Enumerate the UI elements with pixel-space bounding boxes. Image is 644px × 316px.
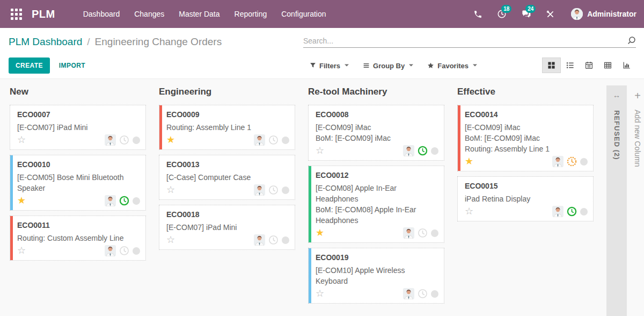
activity-clock-icon-gray[interactable] (418, 289, 428, 299)
card-description-line: [E-COM07] iPad Mini (17, 122, 140, 133)
favorites-dropdown[interactable]: Favorites (427, 61, 477, 69)
card-footer: ★ (465, 156, 588, 167)
nav-item-reporting[interactable]: Reporting (235, 10, 267, 18)
view-pivot-button[interactable] (598, 58, 617, 73)
favorite-star-icon-filled[interactable]: ★ (17, 195, 26, 206)
view-switcher (542, 58, 636, 73)
assignee-avatar[interactable] (552, 156, 564, 167)
favorite-star-icon-filled[interactable]: ★ (166, 134, 175, 146)
add-new-column[interactable]: + Add new Column (627, 85, 644, 316)
kanban-card-eco0010[interactable]: ECO0010[E-COM05] Bose Mini Bluetooth Spe… (10, 155, 146, 211)
assignee-avatar[interactable] (552, 206, 564, 217)
assignee-avatar[interactable] (105, 245, 116, 256)
kanban-state-dot[interactable] (133, 247, 140, 255)
kanban-state-dot[interactable] (580, 208, 588, 216)
kanban-state-dot[interactable] (431, 290, 438, 298)
group-by-dropdown[interactable]: Group By (363, 61, 413, 69)
kanban-card-eco0013[interactable]: ECO0013[C-Case] Computer Case☆ (159, 155, 295, 200)
nav-item-changes[interactable]: Changes (134, 10, 164, 18)
favorite-star-icon[interactable]: ☆ (17, 134, 26, 146)
card-description-line: iPad Retina Display (465, 193, 588, 204)
activities-icon[interactable]: 18 (496, 9, 507, 19)
search-icon[interactable] (627, 36, 636, 45)
kanban-card-eco0011[interactable]: ECO0011Routing: Custom Assembly Line☆ (10, 216, 146, 261)
user-menu[interactable]: Administrator (571, 8, 636, 20)
apps-menu-icon[interactable] (11, 9, 22, 20)
activity-clock-icon-gray[interactable] (268, 235, 279, 245)
favorite-star-icon-filled[interactable]: ★ (316, 227, 324, 239)
kanban-card-eco0008[interactable]: ECO0008[E-COM09] iMacBoM: [E-COM09] iMac… (308, 105, 444, 161)
kanban-card-eco0014[interactable]: ECO0014[E-COM09] iMacBoM: [E-COM09] iMac… (457, 105, 594, 171)
assignee-avatar[interactable] (105, 195, 116, 206)
favorite-star-icon[interactable]: ☆ (465, 206, 473, 217)
kanban-card-eco0019[interactable]: ECO0019[E-COM10] Apple Wireless Keyboard… (308, 248, 444, 304)
view-kanban-button[interactable] (542, 58, 561, 73)
nav-item-master-data[interactable]: Master Data (179, 10, 219, 18)
phone-icon[interactable] (472, 9, 483, 19)
kanban-card-eco0009[interactable]: ECO0009Routing: Assembly Line 1★ (159, 105, 295, 150)
developer-tools-icon[interactable] (545, 9, 555, 19)
assignee-avatar[interactable] (403, 227, 414, 239)
activity-clock-icon-gray[interactable] (418, 228, 428, 238)
collapsed-column-refused[interactable]: ↔ REFUSED (2) (606, 85, 627, 316)
activity-clock-icon-orange[interactable] (567, 156, 577, 167)
activity-clock-icon-green[interactable] (418, 146, 428, 156)
activity-clock-icon-gray[interactable] (119, 135, 129, 145)
kanban-card-eco0012[interactable]: ECO0012[E-COM08] Apple In-Ear Headphones… (308, 166, 444, 243)
assignee-avatar[interactable] (403, 145, 414, 156)
kanban-card-eco0015[interactable]: ECO0015iPad Retina Display☆ (457, 176, 594, 221)
kanban-state-dot[interactable] (282, 186, 289, 194)
view-list-button[interactable] (561, 58, 580, 73)
search-input[interactable] (303, 37, 627, 45)
nav-item-configuration[interactable]: Configuration (281, 10, 326, 18)
view-calendar-button[interactable] (580, 58, 598, 73)
phone-icon-glyph (473, 10, 482, 19)
favorite-star-icon-filled[interactable]: ★ (465, 156, 473, 167)
activity-clock-icon-green[interactable] (119, 196, 129, 206)
card-description-line: [C-Case] Computer Case (166, 172, 289, 183)
card-description-line: Routing: Assembly Line 1 (166, 122, 289, 133)
activity-clock-icon-gray[interactable] (268, 185, 279, 195)
activity-clock-icon-gray[interactable] (268, 135, 279, 145)
activity-clock-icon-gray[interactable] (119, 246, 129, 256)
expand-column-icon[interactable]: ↔ (613, 91, 620, 99)
favorites-label: Favorites (437, 61, 469, 69)
assignee-avatar[interactable] (254, 184, 265, 196)
assignee-avatar[interactable] (105, 134, 116, 146)
card-description-line: [E-COM09] iMac (465, 122, 588, 133)
activity-clock-icon-green[interactable] (567, 206, 577, 217)
kanban-state-dot[interactable] (282, 236, 289, 244)
favorite-star-icon[interactable]: ☆ (316, 145, 324, 156)
eco-reference: ECO0007 (17, 110, 140, 119)
favorite-star-icon[interactable]: ☆ (166, 234, 175, 246)
assignee-avatar[interactable] (254, 134, 265, 146)
card-description-line: BoM: [E-COM09] iMac (465, 133, 588, 143)
kanban-view-icon (547, 61, 555, 69)
app-name[interactable]: PLM (32, 8, 55, 20)
messages-icon[interactable]: 24 (521, 9, 531, 19)
group-by-label: Group By (373, 61, 405, 69)
nav-item-dashboard[interactable]: Dashboard (83, 10, 120, 18)
assignee-avatar[interactable] (254, 234, 265, 246)
eco-reference: ECO0014 (465, 110, 588, 119)
eco-reference: ECO0012 (316, 171, 438, 179)
kanban-state-dot[interactable] (431, 147, 438, 155)
kanban-state-dot[interactable] (580, 158, 588, 166)
favorite-star-icon[interactable]: ☆ (166, 184, 175, 196)
favorite-star-icon[interactable]: ☆ (316, 288, 324, 299)
filters-dropdown[interactable]: Filters (310, 61, 349, 69)
kanban-state-dot[interactable] (133, 137, 140, 144)
star-icon (427, 62, 434, 69)
create-button[interactable]: CREATE (9, 58, 50, 74)
kanban-state-dot[interactable] (282, 137, 289, 144)
kanban-state-dot[interactable] (133, 197, 140, 205)
systray: 18 24 Administrator (472, 8, 636, 20)
kanban-state-dot[interactable] (431, 229, 438, 237)
kanban-card-eco0018[interactable]: ECO0018[E-COM07] iPad Mini☆ (159, 205, 295, 250)
favorite-star-icon[interactable]: ☆ (17, 245, 26, 256)
assignee-avatar[interactable] (403, 288, 414, 299)
kanban-card-eco0007[interactable]: ECO0007[E-COM07] iPad Mini☆ (10, 105, 146, 150)
breadcrumb-parent[interactable]: PLM Dashboard (9, 36, 82, 47)
view-graph-button[interactable] (617, 58, 636, 73)
import-button[interactable]: IMPORT (59, 62, 85, 69)
